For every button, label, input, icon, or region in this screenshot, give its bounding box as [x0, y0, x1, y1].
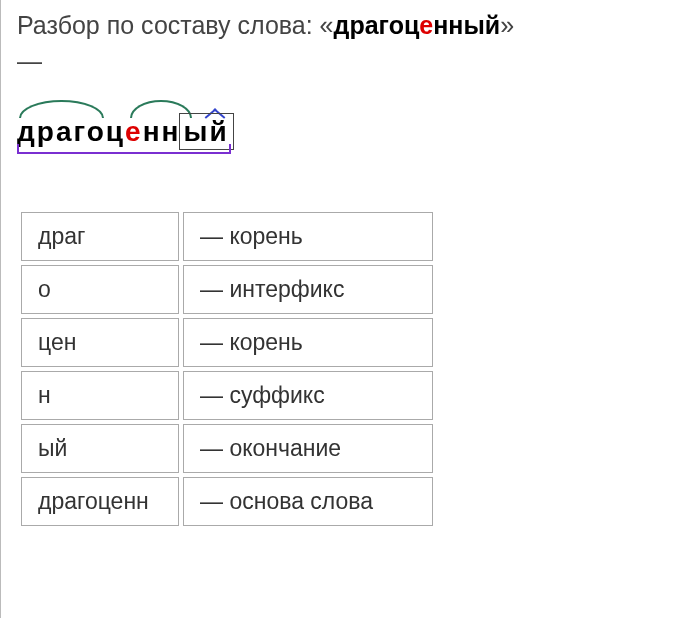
table-row: н — суффикс	[21, 371, 433, 420]
stress-letter: е	[125, 116, 143, 147]
stress-letter: е	[419, 11, 433, 39]
base-underline-icon	[17, 144, 231, 154]
table-row: о — интерфикс	[21, 265, 433, 314]
morph-label: — основа слова	[183, 477, 433, 526]
morph-label: — корень	[183, 318, 433, 367]
title-word: драгоценный	[334, 11, 501, 39]
morph-part: н	[21, 371, 179, 420]
table-row: цен — корень	[21, 318, 433, 367]
morph-label: — суффикс	[183, 371, 433, 420]
title-suffix: »	[500, 11, 514, 39]
table-row: ый — окончание	[21, 424, 433, 473]
morph-part: драг	[21, 212, 179, 261]
morph-label: — окончание	[183, 424, 433, 473]
title-prefix: Разбор по составу слова: «	[17, 11, 334, 39]
title-line: Разбор по составу слова: «драгоценный»	[17, 8, 659, 43]
diagram-word: драгоценный	[17, 116, 234, 147]
morpheme-table: драг — корень о — интерфикс цен — корень…	[17, 208, 437, 530]
morph-part: о	[21, 265, 179, 314]
table-row: драгоценн — основа слова	[21, 477, 433, 526]
morph-part: ый	[21, 424, 179, 473]
morph-label: — корень	[183, 212, 433, 261]
table-row: драг — корень	[21, 212, 433, 261]
morph-part: драгоценн	[21, 477, 179, 526]
morpheme-diagram: драгоценный	[17, 116, 234, 148]
dash-line: —	[17, 47, 659, 76]
morph-label: — интерфикс	[183, 265, 433, 314]
morph-part: цен	[21, 318, 179, 367]
